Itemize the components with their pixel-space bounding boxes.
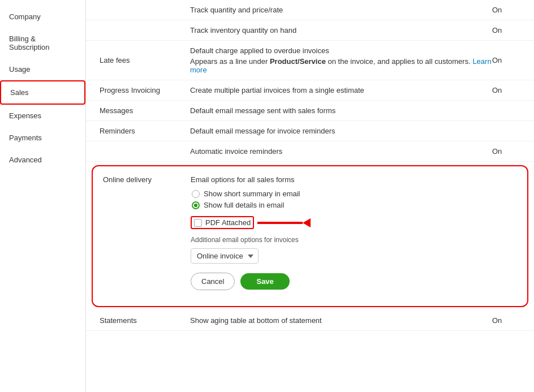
messages-desc: Default email message sent with sales fo… xyxy=(190,106,492,115)
sidebar-item-payments[interactable]: Payments xyxy=(0,127,85,149)
dropdown-row: Online invoice PDF Both xyxy=(191,248,517,264)
reminders-row: Reminders Default email message for invo… xyxy=(86,121,534,141)
track-inventory-desc: Track inventory quantity on hand xyxy=(190,26,492,35)
messages-row: Messages Default email message sent with… xyxy=(86,101,534,121)
statements-status: On xyxy=(492,316,520,325)
od-title: Email options for all sales forms xyxy=(191,175,517,184)
auto-reminders-desc: Automatic invoice reminders xyxy=(190,147,492,156)
od-label: Online delivery xyxy=(103,175,191,184)
sidebar-item-company[interactable]: Company xyxy=(0,6,85,28)
arrow-head xyxy=(303,218,311,227)
radio-full-icon xyxy=(192,201,200,209)
arrow-annotation xyxy=(257,218,311,227)
progress-invoicing-desc: Create multiple partial invoices from a … xyxy=(190,86,492,94)
sidebar-item-expenses[interactable]: Expenses xyxy=(0,105,85,127)
progress-invoicing-status: On xyxy=(492,86,520,94)
online-delivery-section: Online delivery Email options for all sa… xyxy=(92,165,528,307)
auto-reminders-status: On xyxy=(492,147,520,156)
late-fees-prefix: Appears as a line under xyxy=(190,57,270,66)
arrow-line xyxy=(257,222,303,224)
track-qty-status: On xyxy=(492,6,520,14)
sidebar-item-sales[interactable]: Sales xyxy=(0,80,85,105)
radio-short-label: Show short summary in email xyxy=(204,189,300,198)
pdf-row: PDF Attached xyxy=(191,216,517,229)
od-header: Online delivery Email options for all sa… xyxy=(103,175,517,290)
track-inventory-row: Track inventory quantity on hand On xyxy=(86,20,534,41)
late-fees-desc: Default charge applied to overdue invoic… xyxy=(190,46,492,74)
main-content: Track quantity and price/rate On Track i… xyxy=(86,0,534,392)
online-invoice-dropdown[interactable]: Online invoice PDF Both xyxy=(191,248,259,264)
sidebar-item-advanced[interactable]: Advanced xyxy=(0,149,85,171)
late-fees-label: Late fees xyxy=(100,56,190,64)
sidebar-item-billing[interactable]: Billing & Subscription xyxy=(0,28,85,58)
reminders-desc: Default email message for invoice remind… xyxy=(190,127,492,135)
statements-label: Statements xyxy=(100,316,190,325)
radio-short-summary[interactable]: Show short summary in email xyxy=(192,189,517,198)
od-content: Email options for all sales forms Show s… xyxy=(191,175,517,290)
messages-label: Messages xyxy=(100,106,190,115)
track-qty-desc: Track quantity and price/rate xyxy=(190,6,492,14)
pdf-checkbox[interactable] xyxy=(194,219,202,227)
statements-desc: Show aging table at bottom of statement xyxy=(190,316,492,325)
late-fees-desc1: Default charge applied to overdue invoic… xyxy=(190,46,492,55)
late-fees-bold: Product/Service xyxy=(270,57,326,66)
pdf-label: PDF Attached xyxy=(205,218,251,227)
cancel-button[interactable]: Cancel xyxy=(191,273,235,290)
additional-label: Additional email options for invoices xyxy=(191,236,517,244)
progress-invoicing-row: Progress Invoicing Create multiple parti… xyxy=(86,80,534,101)
radio-short-icon xyxy=(192,190,200,198)
late-fees-row: Late fees Default charge applied to over… xyxy=(86,41,534,80)
sidebar: Company Billing & Subscription Usage Sal… xyxy=(0,0,86,392)
auto-reminders-row: Automatic invoice reminders On xyxy=(86,141,534,162)
buttons-row: Cancel Save xyxy=(191,273,517,290)
track-qty-price-row: Track quantity and price/rate On xyxy=(86,0,534,20)
save-button[interactable]: Save xyxy=(240,273,289,290)
reminders-label: Reminders xyxy=(100,127,190,135)
statements-row: Statements Show aging table at bottom of… xyxy=(86,311,534,331)
pdf-checkbox-wrapper[interactable]: PDF Attached xyxy=(191,216,254,229)
radio-group: Show short summary in email Show full de… xyxy=(192,189,517,209)
radio-full-label: Show full details in email xyxy=(204,201,284,209)
sidebar-item-usage[interactable]: Usage xyxy=(0,58,85,80)
late-fees-status: On xyxy=(492,56,520,64)
progress-invoicing-label: Progress Invoicing xyxy=(100,86,190,94)
late-fees-suffix: on the invoice, and applies to all custo… xyxy=(326,57,472,66)
track-inventory-status: On xyxy=(492,26,520,35)
late-fees-desc2: Appears as a line under Product/Service … xyxy=(190,57,492,74)
radio-full-details[interactable]: Show full details in email xyxy=(192,201,517,209)
